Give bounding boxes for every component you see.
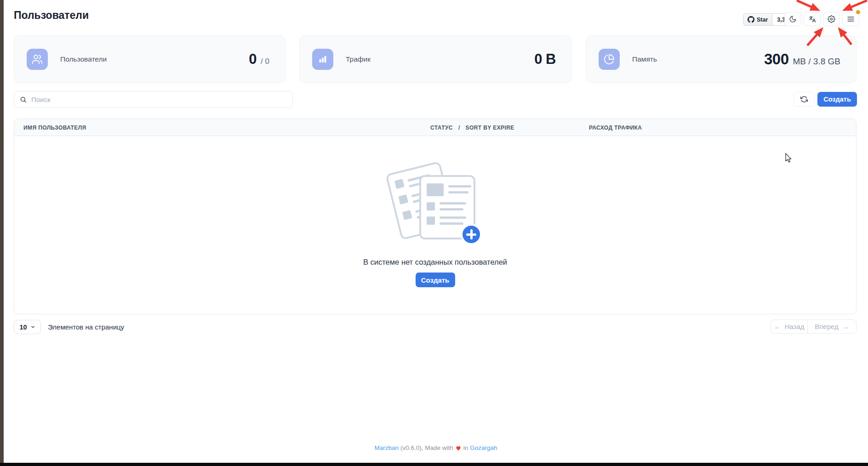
empty-state-illustration — [389, 162, 504, 260]
page-size-label: Элементов на страницу — [48, 320, 124, 334]
column-sort-by-expire[interactable]: SORT BY EXPIRE — [466, 125, 514, 131]
prev-page-label: Назад — [785, 323, 805, 330]
stat-value: 0 — [249, 51, 257, 68]
users-icon — [27, 49, 48, 70]
stat-value: 0 B — [534, 51, 556, 68]
heart-icon — [455, 445, 462, 451]
stat-card-memory: Память 300 MB / 3.8 GB — [586, 35, 857, 83]
page-size-value: 10 — [19, 324, 27, 331]
refresh-button[interactable] — [794, 92, 815, 107]
stat-suffix: MB / 3.8 GB — [793, 57, 840, 67]
stat-card-users: Пользователи 0 / 0 — [14, 35, 286, 83]
github-star-label: Star — [757, 17, 768, 23]
language-button[interactable] — [804, 12, 821, 26]
footer-version-text: (v0.6.0), Made with — [400, 444, 453, 451]
next-page-button[interactable]: Вперед → — [807, 319, 857, 334]
next-page-label: Вперед — [815, 323, 839, 330]
marzban-users-page: Пользователи Star 3,360 — [0, 0, 868, 466]
empty-state-create-button[interactable]: Создать — [416, 273, 455, 287]
refresh-icon — [800, 96, 808, 103]
empty-state-message: В системе нет созданных пользователей — [14, 258, 856, 267]
stat-suffix: / 0 — [261, 57, 269, 66]
arrow-right-icon: → — [842, 323, 849, 330]
prev-page-button[interactable]: ← Назад — [771, 319, 808, 334]
taskbar-edge — [0, 463, 868, 466]
chevron-down-icon — [30, 324, 35, 330]
footer-in-text: in — [463, 444, 468, 451]
column-username[interactable]: ИМЯ ПОЛЬЗОВАТЕЛЯ — [23, 119, 86, 136]
column-separator: / — [458, 125, 460, 131]
stat-label: Пользователи — [60, 55, 107, 63]
users-table: ИМЯ ПОЛЬЗОВАТЕЛЯ СТАТУС / SORT BY EXPIRE… — [14, 119, 857, 314]
gozargah-link[interactable]: Gozargah — [470, 444, 497, 451]
page-title: Пользователи — [14, 9, 89, 22]
settings-button[interactable] — [823, 12, 840, 26]
search-box — [14, 91, 293, 108]
create-user-button[interactable]: Создать — [817, 92, 857, 107]
stat-value: 300 — [764, 51, 789, 68]
window-left-edge — [0, 0, 4, 466]
plus-icon — [461, 224, 482, 245]
moon-icon — [789, 15, 797, 23]
github-icon — [748, 16, 754, 23]
stat-label: Память — [632, 55, 657, 63]
search-input[interactable] — [31, 96, 287, 103]
translate-icon — [808, 15, 817, 23]
search-icon — [20, 96, 27, 103]
column-status-sort[interactable]: СТАТУС / SORT BY EXPIRE — [430, 119, 514, 136]
gear-icon — [828, 15, 835, 23]
pie-chart-icon — [599, 49, 620, 70]
page-size-select[interactable]: 10 — [14, 320, 41, 334]
stat-label: Трафик — [346, 55, 371, 63]
menu-icon — [847, 16, 855, 23]
users-table-header: ИМЯ ПОЛЬЗОВАТЕЛЯ СТАТУС / SORT BY EXPIRE… — [14, 119, 856, 136]
stat-card-traffic: Трафик 0 B — [299, 35, 572, 83]
bar-chart-icon — [312, 49, 333, 70]
footer: Marzban (v0.6.0), Made with in Gozargah — [4, 444, 868, 451]
column-status[interactable]: СТАТУС — [430, 125, 453, 131]
github-star-button[interactable]: Star — [743, 13, 772, 26]
theme-toggle-button[interactable] — [784, 12, 801, 26]
marzban-link[interactable]: Marzban — [374, 444, 399, 451]
menu-button[interactable] — [842, 12, 859, 26]
pagination-controls: ← Назад Вперед → — [771, 319, 857, 334]
notification-dot — [856, 10, 860, 14]
column-traffic: РАСХОД ТРАФИКА — [589, 119, 642, 136]
arrow-left-icon: ← — [774, 323, 781, 330]
